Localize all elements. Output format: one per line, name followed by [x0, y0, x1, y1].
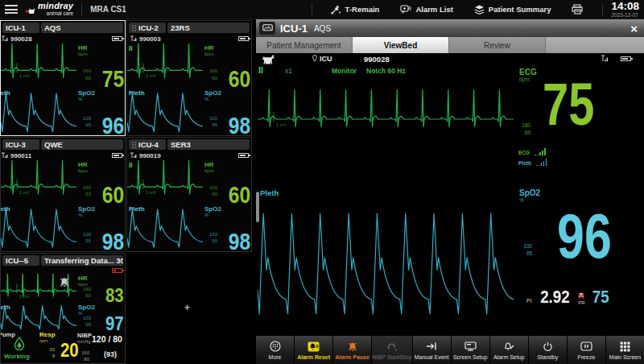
ecg-lead-label: II — [129, 44, 133, 52]
hr-parameter[interactable]: HR bpm 16060 60 — [76, 160, 125, 205]
tab-viewbed[interactable]: ViewBed — [353, 37, 449, 53]
spo2-param-label[interactable]: SpO2 — [519, 188, 540, 197]
svg-text:1 mV: 1 mV — [19, 73, 30, 78]
close-icon[interactable]: × — [630, 23, 638, 35]
bed-tag-box[interactable]: Transferring Data... 30% ... — [41, 255, 123, 266]
ecg-param-label[interactable]: ECG — [519, 68, 537, 77]
divider — [602, 3, 603, 16]
bed-tile-icu-5[interactable]: ICU--5 Transferring Data... 30% ... 1 mV… — [0, 253, 126, 364]
bed-tile-icu-1[interactable]: ICU-1 AQS 990028 1 mV HR bpm 16060 75 Pl… — [0, 20, 126, 136]
location-label: ICU — [320, 55, 332, 63]
pump-status: Working — [4, 353, 30, 360]
brand-subtitle: animal care — [38, 11, 73, 17]
manual-event-icon — [426, 341, 437, 353]
menu-icon[interactable] — [5, 5, 18, 14]
pr-alarm-off-icon: PR — [577, 292, 585, 306]
alarm-pause-button[interactable]: Alarm Pause — [333, 336, 371, 364]
bed-tag-box[interactable]: AQS — [41, 23, 123, 33]
pi-label: PI — [526, 298, 532, 306]
dog-patient-icon — [261, 54, 275, 64]
battery-icon — [112, 36, 122, 41]
spo2-value: 96 — [557, 208, 612, 266]
network-signal-icon — [1, 35, 8, 42]
bed-tile-icu-4[interactable]: ICU-4 SER3 990019 II 1 mV HR bpm 16060 6… — [126, 137, 252, 252]
pr-label: PR — [578, 300, 584, 305]
bed-tag-box[interactable]: QWE — [41, 139, 123, 150]
hr-parameter[interactable]: HR bpm 16060 75 — [76, 43, 125, 89]
t-remain-button[interactable]: T-Remain — [331, 4, 380, 14]
pleth-label: Pleth — [1, 205, 10, 213]
bed-tile-icu-2[interactable]: ICU-2 23RS 990003 II 1 mV HR bpm 16060 6… — [126, 20, 252, 136]
ecg-unit: bpm — [519, 77, 530, 82]
viewbed-panel: ICU-1 AQS × Patient Management ViewBed R… — [256, 19, 644, 364]
brand-name: mindray — [38, 2, 73, 10]
pi-pr-row: PI 2.92 PR 75 — [526, 288, 611, 306]
hr-value: 75 — [102, 68, 124, 89]
hr-parameter[interactable]: HR bpm 16060 60 — [203, 43, 251, 89]
main-screen-button[interactable]: Main Screen — [606, 336, 644, 364]
hr-parameter[interactable]: HR bpm 16060 83 — [76, 274, 125, 303]
bed-name-box[interactable]: ICU-3 — [2, 139, 39, 150]
main-screen-grid-icon — [620, 341, 630, 353]
patient-id: 990028 — [10, 35, 32, 43]
viewbed-body: ICU 990028 II x1 Monitor Notch 60 Hz ECG… — [256, 53, 644, 336]
hr-value: 83 — [105, 286, 124, 303]
svg-text:1 mV: 1 mV — [19, 294, 30, 299]
alarm-reset-button[interactable]: Alarm Reset — [295, 336, 332, 364]
tab-review[interactable]: Review — [449, 37, 546, 53]
scroll-handle[interactable] — [256, 192, 259, 222]
ecg-gain: x1 — [285, 67, 292, 75]
alarm-list-button[interactable]: Alarm List — [400, 5, 452, 14]
bed-name-box[interactable]: ICU-2 — [129, 23, 166, 33]
hr-value: 60 — [229, 68, 250, 89]
resp-value[interactable]: 20 — [60, 341, 79, 360]
ecg-waveform: 1 mV — [127, 160, 203, 205]
bed-name-box[interactable]: ICU-1 — [2, 23, 39, 33]
alarm-setup-button[interactable]: Alarm Setup — [490, 336, 528, 364]
patient-summary-button[interactable]: Patient Summary — [474, 5, 551, 14]
pleth-label: Pleth — [1, 304, 10, 311]
layers-icon — [474, 5, 485, 14]
freeze-button[interactable]: Freeze — [568, 336, 605, 364]
screen-setup-icon — [464, 341, 477, 353]
spo2-parameter[interactable]: SpO2 % 10095 98 — [203, 89, 251, 135]
nibp-cuff-icon — [386, 341, 398, 353]
ecg-waveform: 1 mV — [127, 43, 203, 89]
more-button[interactable]: More — [256, 336, 294, 364]
print-button[interactable] — [572, 4, 584, 14]
battery-icon — [238, 36, 249, 41]
nibp-value[interactable]: 120 / 80 — [92, 334, 122, 344]
bed-name-box[interactable]: ICU--5 — [2, 255, 39, 266]
transfer-status: Transferring Data... 30% — [44, 256, 123, 265]
bed-name-box[interactable]: ICU-4 — [129, 139, 166, 150]
tabbar-filler — [546, 37, 644, 53]
hr-parameter[interactable]: HR bpm 16060 60 — [203, 160, 251, 205]
spo2-parameter[interactable]: SpO2 % 10095 98 — [76, 205, 125, 251]
bed-tile-icu-3[interactable]: ICU-3 QWE 990011 1 mV HR bpm 16060 60 Pl… — [0, 137, 126, 252]
t-remain-label: T-Remain — [345, 5, 380, 14]
standby-button[interactable]: Standby — [529, 336, 567, 364]
bed-tag-box[interactable]: SER3 — [167, 139, 250, 150]
network-signal-icon — [1, 152, 8, 159]
spo2-parameter[interactable]: SpO2 % 10095 97 — [76, 303, 125, 332]
spo2-parameter[interactable]: SpO2 % 10095 96 — [76, 89, 125, 135]
ecg-lead-label[interactable]: II — [258, 65, 263, 75]
patient-id: 990003 — [139, 35, 161, 43]
svg-text:1 mV: 1 mV — [146, 190, 156, 195]
spo2-parameter[interactable]: SpO2 % 10095 98 — [203, 205, 251, 251]
bed-tag-box[interactable]: 23RS — [167, 23, 250, 33]
tab-patient-management[interactable]: Patient Management — [256, 37, 353, 53]
ecg-waveform: 1 mV — [1, 160, 76, 205]
svg-text:1 mV: 1 mV — [19, 190, 30, 195]
svg-text:1 mV: 1 mV — [276, 122, 287, 127]
spo2-unit: % — [519, 197, 524, 203]
pleth-waveform — [1, 303, 76, 332]
more-icon — [270, 341, 281, 353]
printer-icon — [572, 4, 584, 14]
screen-setup-button[interactable]: Screen Setup — [452, 336, 489, 364]
manual-event-button[interactable]: Manual Event — [413, 336, 451, 364]
pleth-label: Pleth — [129, 89, 145, 97]
spo2-value: 96 — [102, 114, 124, 135]
pleth-label: Pleth — [260, 188, 279, 197]
nibp-label: NIBP — [77, 332, 92, 339]
